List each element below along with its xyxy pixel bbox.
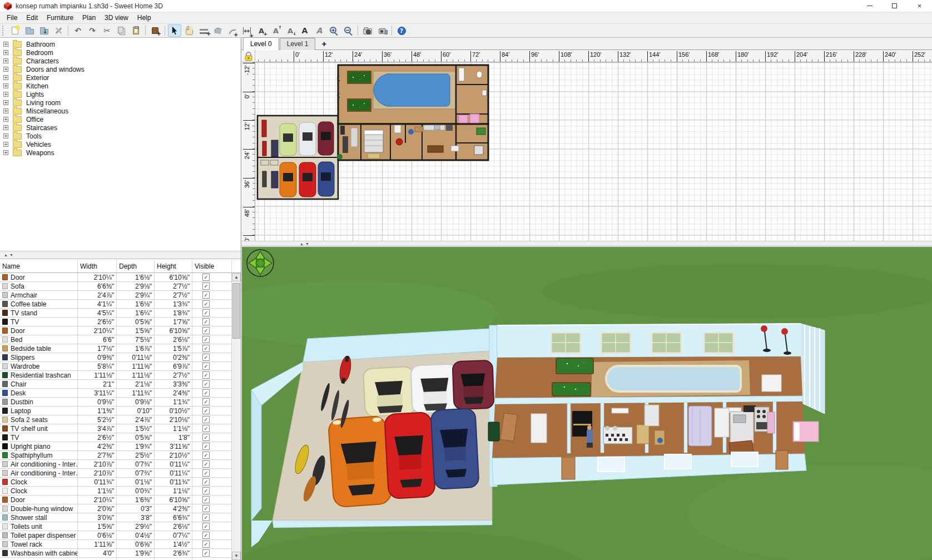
plan-house[interactable] [337,65,488,160]
car-maroon-3d[interactable] [453,360,494,409]
expand-plus-icon[interactable]: + [3,42,8,47]
divider-down-icon[interactable]: ▼ [9,253,13,257]
expand-plus-icon[interactable]: + [3,150,8,155]
visible-checkbox[interactable]: ✓ [202,532,210,539]
furniture-row[interactable]: Bedside table1'7⅛"1'6⅞"1'5⅞"✓ [0,344,231,353]
add-furniture-button[interactable] [148,24,162,37]
white-dresser[interactable] [762,375,781,391]
front-door-3d[interactable] [776,450,788,469]
create-dimensions-button[interactable]: ↔ [240,24,254,37]
expand-plus-icon[interactable]: + [3,133,8,138]
furniture-row[interactable]: Toilets unit1'5⅝"2'9½"2'6⅛"✓ [0,522,231,531]
visible-checkbox[interactable]: ✓ [202,389,210,397]
expand-plus-icon[interactable]: + [3,117,8,122]
car-red-3d[interactable] [384,412,435,499]
toggle-bold-button[interactable]: A [298,24,311,37]
scroll-down-button[interactable]: ▼ [232,552,241,560]
expand-plus-icon[interactable]: + [3,83,8,88]
catalog-category-tools[interactable]: +Tools [0,132,241,140]
pan-button[interactable] [182,24,196,37]
expand-plus-icon[interactable]: + [3,67,8,72]
furniture-row[interactable]: Door2'10¼"1'6⅜"6'10⅝"✓ [0,495,231,504]
car-blue-3d[interactable] [430,408,479,489]
visible-checkbox[interactable]: ✓ [202,398,210,405]
catalog-category-bathroom[interactable]: +Bathroom [0,40,241,48]
plan-motorbike[interactable] [262,141,266,156]
visible-checkbox[interactable]: ✓ [202,371,210,379]
furniture-row[interactable]: Air conditioning - Inter…2'10⅞"0'7¾"0'11… [0,469,231,478]
visible-checkbox[interactable]: ✓ [202,469,210,477]
car-cream-3d[interactable] [363,366,415,417]
visible-checkbox[interactable]: ✓ [202,309,210,316]
furniture-row[interactable]: Door2'10¼"1'5⅝"6'10⅝"✓ [0,326,231,335]
furniture-row[interactable]: Spathiphyllum2'7⅜"2'5½"2'10½"✓ [0,451,231,460]
visible-checkbox[interactable]: ✓ [202,300,210,308]
open-button[interactable] [23,24,36,37]
add-texts-button[interactable]: A [255,24,268,37]
furniture-row[interactable]: TV2'6½"0'5⅝"1'8"✓ [0,433,231,442]
menu-3d-view[interactable]: 3D view [100,13,133,23]
furniture-row[interactable]: Shower stall3'0⅝"3'8"6'6¾"✓ [0,513,231,522]
furniture-row[interactable]: Door2'10¼"1'6⅛"6'10⅝"✓ [0,273,231,282]
plan-bicycle[interactable] [271,140,278,157]
plan-office-chair[interactable] [408,129,414,135]
punching-ball[interactable] [781,328,788,335]
plan-green-cabinet[interactable] [477,128,485,135]
plan-pink-bed[interactable] [459,115,468,123]
create-video-button[interactable] [375,24,389,37]
plan-motorbike[interactable] [262,120,266,137]
minimize-button[interactable] [857,0,882,12]
visible-checkbox[interactable]: ✓ [202,460,210,468]
plan-pink-item[interactable] [470,114,479,123]
catalog-category-lights[interactable]: +Lights [0,90,241,98]
catalog-category-weapons[interactable]: +Weapons [0,148,241,157]
catalog-category-miscellaneous[interactable]: +Miscellaneous [0,107,241,115]
paste-button[interactable] [129,24,142,37]
column-header-visible[interactable]: Visible [192,260,232,272]
3d-navigation-compass[interactable] [245,247,276,279]
expand-plus-icon[interactable]: + [3,50,8,55]
plan-table[interactable] [428,146,443,152]
plan-washer[interactable] [394,125,401,133]
furniture-row[interactable]: Slippers0'9⅜"0'11⅛"0'2⅜"✓ [0,353,231,362]
visible-checkbox[interactable]: ✓ [202,363,210,370]
furniture-row[interactable]: Sofa 2 seats5'2½"2'4⅞"2'10⅛"✓ [0,415,231,424]
visible-checkbox[interactable]: ✓ [202,407,210,414]
plan-dresser[interactable] [340,126,345,135]
visible-checkbox[interactable]: ✓ [202,354,210,361]
help-button[interactable]: ? [395,24,408,37]
zoom-in-button[interactable]: + [327,24,340,37]
divider-up-icon[interactable]: ▲ [300,242,304,246]
plan-billiard-table[interactable] [348,99,371,111]
divider-up-icon[interactable]: ▲ [4,253,8,257]
visible-checkbox[interactable]: ✓ [202,425,210,432]
visible-checkbox[interactable]: ✓ [202,283,210,290]
furniture-row[interactable]: Laptop1'1⅜"0'10"0'10½"✓ [0,407,231,415]
chair-3d[interactable] [657,438,663,443]
furniture-row[interactable]: TV2'6½"0'5⅝"1'7⅝"✓ [0,318,231,326]
furniture-row[interactable]: Clock1'1⅛"0'0¾"1'1⅛"✓ [0,487,231,495]
zoom-out-button[interactable]: − [341,24,355,37]
decrease-text-size-button[interactable]: A [284,24,297,37]
create-polylines-button[interactable] [226,24,239,37]
furniture-row[interactable]: Coffee table4'1¼"1'6⅛"1'3¾"✓ [0,300,231,309]
pink-bed-3d[interactable] [793,422,819,442]
new-home-button[interactable] [8,24,22,37]
furniture-row[interactable]: TV stand4'5¼"1'6¼"1'8¾"✓ [0,309,231,318]
plan-plant[interactable] [337,154,343,160]
ac-unit-3d[interactable] [612,408,628,413]
car-orange-3d[interactable] [328,416,392,508]
furniture-row[interactable]: Chair2'1"2'1⅛"3'3⅜"✓ [0,380,231,389]
increase-text-size-button[interactable]: A [269,24,282,37]
fridge-3d[interactable] [715,408,729,437]
expand-plus-icon[interactable]: + [3,75,8,80]
furniture-row[interactable]: Residential trashcan1'11⅛"1'11⅛"2'7½"✓ [0,371,231,380]
plan-garage[interactable] [257,116,338,199]
plan-toilet[interactable] [477,71,482,78]
expand-plus-icon[interactable]: + [3,125,8,130]
billiard-table-3d[interactable] [552,383,591,396]
visible-checkbox[interactable]: ✓ [202,291,210,299]
add-level-button[interactable]: + [316,39,332,49]
toolbar-grip[interactable] [2,26,5,36]
furniture-row[interactable]: Bed6'6"7'5⅛"2'6⅛"✓ [0,335,231,344]
